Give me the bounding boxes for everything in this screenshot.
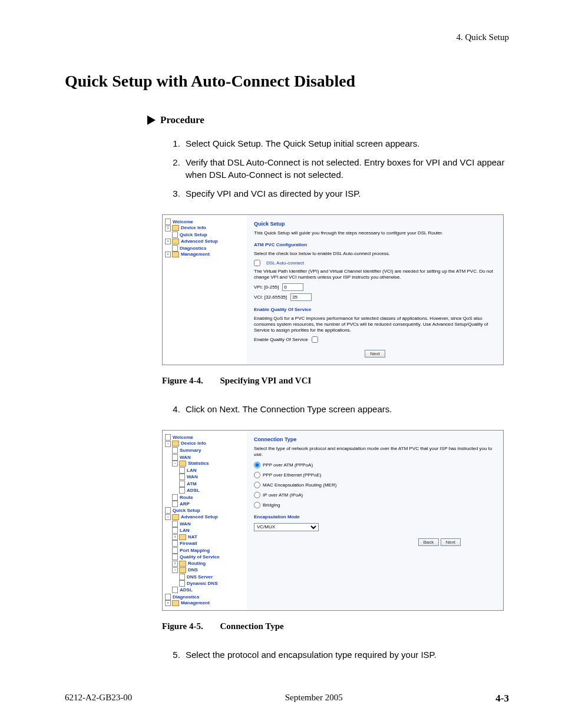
dsl-autoconnect-checkbox[interactable]: [254, 260, 260, 266]
expand-icon[interactable]: +: [165, 239, 171, 244]
dsl-autoconnect-label: DSL Auto-connect: [266, 260, 304, 266]
vci-label: VCI: [32-65535]: [254, 294, 287, 300]
collapse-icon[interactable]: −: [165, 441, 171, 447]
chapter-header: 4. Quick Setup: [65, 32, 509, 42]
vpi-label: VPI: [0-255]: [254, 284, 279, 290]
next-button[interactable]: Next: [441, 538, 461, 546]
expand-icon[interactable]: +: [165, 252, 171, 257]
qos-checkbox[interactable]: [312, 336, 318, 343]
collapse-icon[interactable]: −: [172, 567, 178, 573]
procedure-label: Procedure: [160, 114, 204, 126]
collapse-icon[interactable]: −: [165, 514, 171, 520]
intro-text: This Quick Setup will guide you through …: [254, 230, 496, 236]
expand-icon[interactable]: +: [172, 561, 178, 567]
check-hint: Select the check box below to enable DSL…: [254, 251, 496, 257]
section-atm-pvc: ATM PVC Configuration: [254, 242, 496, 247]
screenshot-quick-setup: Welcome +Device Info Quick Setup +Advanc…: [162, 214, 504, 365]
radio-pppoe[interactable]: [254, 472, 260, 478]
intro-text: Select the type of network protocol and …: [254, 446, 496, 458]
page-number: 4-3: [495, 693, 509, 704]
qos-label: Enable Quality Of Service: [254, 337, 308, 342]
expand-icon[interactable]: +: [165, 226, 171, 231]
screenshot-connection-type: Welcome −Device Info Summary WAN −Statis…: [162, 430, 504, 611]
step-4: Click on Next. The Connection Type scree…: [183, 403, 509, 415]
radio-mer[interactable]: [254, 482, 260, 488]
doc-date: September 2005: [285, 693, 343, 704]
step-3: Specify VPI and VCI as directed by your …: [183, 188, 509, 200]
collapse-icon[interactable]: −: [172, 461, 178, 466]
section-encapsulation: Encapsulation Mode: [254, 514, 496, 519]
figure-number: Figure 4-5.: [162, 621, 203, 631]
figure-title: Specifying VPI and VCI: [220, 376, 311, 385]
expand-icon[interactable]: +: [172, 534, 178, 540]
vci-input[interactable]: [290, 293, 312, 301]
nav-tree: Welcome −Device Info Summary WAN −Statis…: [163, 431, 247, 610]
step-5: Select the protocol and encapsulation ty…: [183, 649, 509, 661]
step-2: Verify that DSL Auto-Connect is not sele…: [183, 157, 509, 181]
doc-id: 6212-A2-GB23-00: [65, 693, 132, 704]
panel-title: Quick Setup: [254, 221, 496, 227]
panel-title: Connection Type: [254, 436, 496, 442]
step-1: Select Quick Setup. The Quick Setup init…: [183, 138, 509, 150]
vpi-input[interactable]: [282, 283, 303, 291]
nav-tree: Welcome +Device Info Quick Setup +Advanc…: [163, 215, 247, 365]
play-icon: [147, 115, 156, 125]
encapsulation-select[interactable]: VC/MUX: [254, 523, 319, 531]
radio-pppoa[interactable]: [254, 462, 260, 468]
page-title: Quick Setup with Auto-Connect Disabled: [65, 72, 509, 91]
figure-title: Connection Type: [220, 621, 283, 631]
qos-help: Enabling QoS for a PVC improves performa…: [254, 316, 496, 334]
figure-number: Figure 4-4.: [162, 376, 203, 385]
back-button[interactable]: Back: [418, 538, 439, 546]
radio-ipoa[interactable]: [254, 492, 260, 498]
next-button[interactable]: Next: [365, 350, 385, 358]
expand-icon[interactable]: +: [165, 600, 171, 606]
section-qos: Enable Quality Of Service: [254, 307, 496, 312]
vpivci-help: The Virtual Path Identifier (VPI) and Vi…: [254, 269, 496, 281]
radio-bridging[interactable]: [254, 502, 260, 508]
